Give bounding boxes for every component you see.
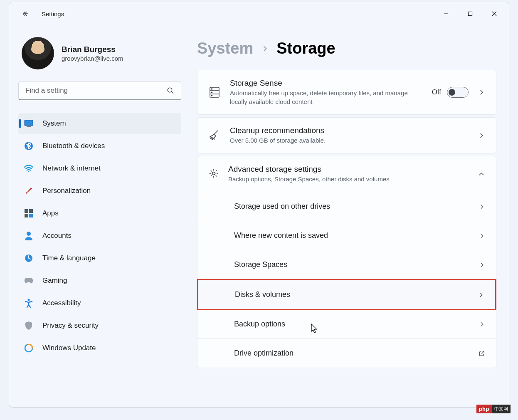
breadcrumb-parent[interactable]: System: [197, 40, 253, 57]
row-subtitle: Backup options, Storage Spaces, other di…: [228, 175, 469, 183]
close-icon: [491, 11, 497, 17]
svg-rect-0: [469, 12, 472, 16]
sub-drive-optimization[interactable]: Drive optimization: [197, 339, 496, 368]
chevron-right-icon: [479, 203, 485, 210]
nav-label: System: [42, 119, 66, 128]
nav-label: Accessibility: [42, 299, 81, 307]
chevron-right-icon: [478, 292, 484, 298]
maximize-icon: [467, 11, 473, 17]
svg-point-17: [212, 95, 212, 96]
sub-label: Disks & volumes: [235, 290, 290, 299]
svg-point-18: [212, 172, 215, 175]
watermark-left: php: [476, 405, 492, 413]
nav-label: Privacy & security: [42, 321, 99, 330]
profile-email: groovybrian@live.com: [62, 55, 123, 62]
settings-window: Settings Brian Burgess groovybrian@live.…: [9, 2, 509, 408]
profile[interactable]: Brian Burgess groovybrian@live.com: [18, 37, 181, 69]
chevron-right-icon: [478, 89, 485, 96]
svg-rect-6: [25, 209, 28, 213]
nav-system[interactable]: System: [18, 113, 181, 134]
minimize-button[interactable]: [434, 5, 458, 22]
svg-rect-9: [29, 214, 33, 217]
avatar: [22, 37, 54, 69]
minimize-icon: [443, 11, 449, 17]
row-title: Advanced storage settings: [228, 165, 469, 174]
card-cleanup[interactable]: Cleanup recommendations Over 5.00 GB of …: [197, 117, 496, 153]
accessibility-icon: [24, 299, 33, 308]
sub-storage-other-drives[interactable]: Storage used on other drives: [197, 192, 496, 221]
breadcrumb: System Storage: [197, 40, 496, 57]
sidebar: Brian Burgess groovybrian@live.com Syste…: [9, 25, 192, 407]
chevron-up-icon: [478, 170, 485, 178]
svg-rect-8: [25, 214, 28, 217]
breadcrumb-current: Storage: [276, 40, 335, 57]
svg-point-10: [27, 232, 31, 236]
svg-rect-3: [27, 126, 31, 127]
advanced-header[interactable]: Advanced storage settings Backup options…: [197, 156, 496, 192]
bluetooth-icon: [24, 141, 33, 151]
nav-time-language[interactable]: Time & language: [18, 247, 181, 269]
sub-storage-spaces[interactable]: Storage Spaces: [197, 250, 496, 279]
external-link-icon: [479, 350, 485, 357]
chevron-right-icon: [478, 132, 485, 139]
apps-icon: [24, 209, 33, 218]
sub-label: Storage used on other drives: [234, 202, 330, 211]
back-button[interactable]: [17, 5, 34, 22]
nav-label: Accounts: [42, 232, 72, 240]
nav-gaming[interactable]: Gaming: [18, 270, 181, 292]
broom-icon: [208, 129, 221, 142]
person-icon: [24, 231, 33, 240]
row-subtitle: Automatically free up space, delete temp…: [230, 89, 413, 106]
chevron-right-icon: [261, 43, 269, 54]
wifi-icon: [24, 164, 33, 173]
nav-apps[interactable]: Apps: [18, 203, 181, 224]
maximize-button[interactable]: [458, 5, 482, 22]
sub-label: Where new content is saved: [234, 231, 328, 240]
update-icon: [24, 343, 33, 353]
clock-globe-icon: [24, 254, 33, 263]
storage-sense-icon: [208, 86, 221, 99]
svg-point-15: [212, 89, 212, 89]
nav-label: Bluetooth & devices: [42, 142, 105, 150]
gear-icon: [208, 168, 219, 180]
nav-network[interactable]: Network & internet: [18, 158, 181, 179]
nav: System Bluetooth & devices Network & int…: [18, 113, 181, 359]
chevron-right-icon: [479, 232, 485, 239]
watermark: php 中文网: [476, 405, 511, 413]
sub-backup-options[interactable]: Backup options: [197, 310, 496, 339]
svg-point-5: [28, 170, 29, 172]
sub-where-saved[interactable]: Where new content is saved: [197, 221, 496, 250]
svg-point-12: [28, 299, 30, 301]
watermark-right: 中文网: [492, 405, 511, 413]
svg-point-16: [212, 92, 212, 93]
main-content: System Storage Storage Sense Automatical…: [192, 25, 509, 407]
window-controls: [434, 5, 506, 22]
storage-sense-toggle[interactable]: [447, 87, 469, 98]
nav-accounts[interactable]: Accounts: [18, 225, 181, 247]
search-box[interactable]: [18, 81, 181, 100]
sub-disks-volumes[interactable]: Disks & volumes: [197, 279, 496, 310]
nav-label: Time & language: [42, 254, 96, 262]
sub-label: Backup options: [234, 320, 285, 329]
nav-label: Network & internet: [42, 164, 101, 173]
arrow-left-icon: [22, 10, 30, 18]
search-input[interactable]: [25, 86, 167, 95]
search-icon: [167, 87, 174, 94]
card-storage-sense[interactable]: Storage Sense Automatically free up spac…: [197, 70, 496, 115]
nav-windows-update[interactable]: Windows Update: [18, 337, 181, 359]
chevron-right-icon: [479, 262, 485, 268]
close-button[interactable]: [482, 5, 506, 22]
gamepad-icon: [24, 276, 33, 285]
nav-privacy[interactable]: Privacy & security: [18, 315, 181, 336]
system-icon: [24, 119, 33, 128]
titlebar: Settings: [9, 2, 509, 25]
nav-bluetooth[interactable]: Bluetooth & devices: [18, 135, 181, 157]
nav-accessibility[interactable]: Accessibility: [18, 292, 181, 314]
sub-label: Storage Spaces: [234, 260, 287, 269]
chevron-right-icon: [479, 321, 485, 328]
svg-rect-2: [25, 120, 33, 126]
row-subtitle: Over 5.00 GB of storage available.: [230, 136, 413, 145]
row-title: Storage Sense: [230, 79, 423, 88]
nav-personalization[interactable]: Personalization: [18, 180, 181, 202]
nav-label: Gaming: [42, 277, 67, 285]
